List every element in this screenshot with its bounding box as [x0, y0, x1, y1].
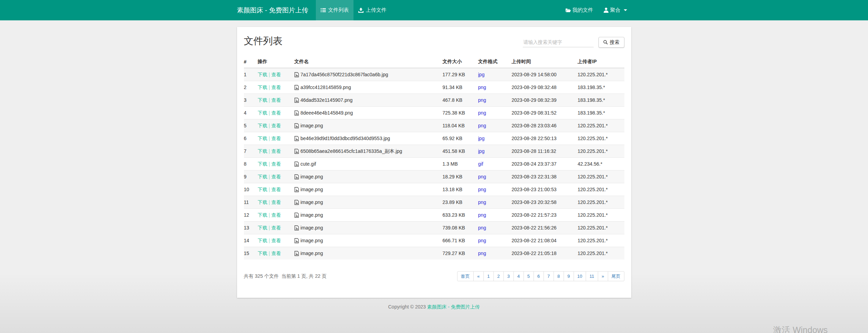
- row-index: 9: [244, 170, 258, 183]
- pagination-item[interactable]: 1: [483, 271, 494, 281]
- view-link[interactable]: 查看: [271, 187, 281, 192]
- pagination-item[interactable]: 首页: [457, 271, 474, 281]
- image-file-icon: [294, 123, 299, 128]
- image-file-icon: [294, 225, 299, 231]
- download-link[interactable]: 下载: [258, 136, 267, 141]
- row-size: 91.34 KB: [443, 81, 478, 94]
- nav-link-label: 我的文件: [573, 7, 593, 13]
- pagination-item[interactable]: 9: [564, 271, 574, 281]
- format-link[interactable]: png: [478, 174, 486, 179]
- row-index: 6: [244, 132, 258, 145]
- pagination-item[interactable]: 8: [554, 271, 564, 281]
- row-ip: 120.225.201.*: [578, 170, 624, 183]
- table-row: 8 下载|查看 cute.gif 1.3 MB gif 2023-08-24 2…: [244, 158, 624, 170]
- format-link[interactable]: png: [478, 187, 486, 192]
- format-link[interactable]: jpg: [478, 72, 485, 77]
- nav-tab-upload[interactable]: 上传文件: [353, 0, 391, 20]
- view-link[interactable]: 查看: [271, 199, 281, 205]
- download-link[interactable]: 下载: [258, 251, 267, 256]
- pagination-item[interactable]: 3: [503, 271, 514, 281]
- row-format: png: [478, 81, 512, 94]
- row-index: 7: [244, 145, 258, 158]
- format-link[interactable]: jpg: [478, 148, 485, 154]
- row-index: 8: [244, 158, 258, 170]
- row-size: 729.27 KB: [443, 247, 478, 260]
- format-link[interactable]: png: [478, 199, 486, 205]
- nav-user-menu[interactable]: 聚合: [600, 0, 631, 20]
- view-link[interactable]: 查看: [271, 110, 281, 116]
- format-link[interactable]: png: [478, 97, 486, 103]
- format-link[interactable]: jpg: [478, 136, 485, 141]
- format-link[interactable]: png: [478, 212, 486, 218]
- brand-link[interactable]: 素颜图床 - 免费图片上传: [237, 0, 316, 20]
- view-link[interactable]: 查看: [271, 174, 281, 179]
- view-link[interactable]: 查看: [271, 72, 281, 77]
- row-filename-cell: 8deee46e4b145849.png: [294, 107, 443, 119]
- download-link[interactable]: 下载: [258, 72, 267, 77]
- activate-windows-watermark: 激活 Windows 转到“设置”以激活 Windows。: [773, 324, 840, 333]
- view-link[interactable]: 查看: [271, 212, 281, 218]
- row-time: 2023-08-29 14:58:00: [512, 68, 578, 81]
- download-link[interactable]: 下载: [258, 123, 267, 128]
- download-link[interactable]: 下载: [258, 199, 267, 205]
- download-link[interactable]: 下载: [258, 161, 267, 167]
- pagination-item[interactable]: 4: [513, 271, 524, 281]
- search-button[interactable]: 搜索: [598, 37, 624, 48]
- download-link[interactable]: 下载: [258, 97, 267, 103]
- download-link[interactable]: 下载: [258, 238, 267, 243]
- format-link[interactable]: png: [478, 225, 486, 231]
- view-link[interactable]: 查看: [271, 225, 281, 231]
- download-link[interactable]: 下载: [258, 225, 267, 231]
- format-link[interactable]: png: [478, 123, 486, 128]
- view-link[interactable]: 查看: [271, 238, 281, 243]
- pagination-item[interactable]: 5: [523, 271, 534, 281]
- view-link[interactable]: 查看: [271, 161, 281, 167]
- row-actions: 下载|查看: [258, 94, 294, 107]
- search-input[interactable]: [523, 37, 594, 47]
- table-row: 12 下载|查看 image.png 633.23 KB png 2023-08…: [244, 209, 624, 222]
- view-link[interactable]: 查看: [271, 148, 281, 154]
- pagination-item[interactable]: 7: [544, 271, 554, 281]
- pagination-item[interactable]: 尾页: [608, 271, 624, 281]
- view-link[interactable]: 查看: [271, 136, 281, 141]
- pagination-item[interactable]: 11: [586, 271, 598, 281]
- footer-site-link[interactable]: 素颜图床 - 免费图片上传: [427, 304, 480, 310]
- row-format: jpg: [478, 145, 512, 158]
- nav-my-files[interactable]: 我的文件: [561, 0, 597, 20]
- pagination-item[interactable]: 10: [574, 271, 586, 281]
- table-row: 14 下载|查看 image.png 666.71 KB png 2023-08…: [244, 234, 624, 247]
- format-link[interactable]: png: [478, 85, 486, 90]
- view-link[interactable]: 查看: [271, 97, 281, 103]
- nav-tab-file-list[interactable]: 文件列表: [316, 0, 353, 20]
- format-link[interactable]: png: [478, 110, 486, 116]
- watermark-line1: 激活 Windows: [773, 324, 840, 333]
- column-header-filename: 文件名: [294, 56, 443, 68]
- download-link[interactable]: 下载: [258, 174, 267, 179]
- row-time: 2023-08-23 20:32:58: [512, 196, 578, 209]
- download-link[interactable]: 下载: [258, 187, 267, 192]
- format-link[interactable]: gif: [478, 161, 483, 167]
- pagination-item[interactable]: »: [598, 271, 608, 281]
- download-link[interactable]: 下载: [258, 148, 267, 154]
- pagination-item[interactable]: 6: [534, 271, 544, 281]
- download-link[interactable]: 下载: [258, 85, 267, 90]
- format-link[interactable]: png: [478, 238, 486, 243]
- action-separator: |: [267, 123, 272, 128]
- pagination-item[interactable]: 2: [493, 271, 504, 281]
- row-index: 14: [244, 234, 258, 247]
- download-link[interactable]: 下载: [258, 212, 267, 218]
- view-link[interactable]: 查看: [271, 85, 281, 90]
- summary-pages: 当前第 1 页, 共 22 页: [281, 273, 327, 279]
- row-filename-cell: a39fcc4128145859.png: [294, 81, 443, 94]
- download-link[interactable]: 下载: [258, 110, 267, 116]
- view-link[interactable]: 查看: [271, 251, 281, 256]
- action-separator: |: [267, 238, 272, 243]
- row-actions: 下载|查看: [258, 81, 294, 94]
- image-file-icon: [294, 72, 299, 77]
- view-link[interactable]: 查看: [271, 123, 281, 128]
- row-format: png: [478, 94, 512, 107]
- row-actions: 下载|查看: [258, 68, 294, 81]
- column-header-size: 文件大小: [443, 56, 478, 68]
- format-link[interactable]: png: [478, 251, 486, 256]
- pagination-item[interactable]: «: [473, 271, 484, 281]
